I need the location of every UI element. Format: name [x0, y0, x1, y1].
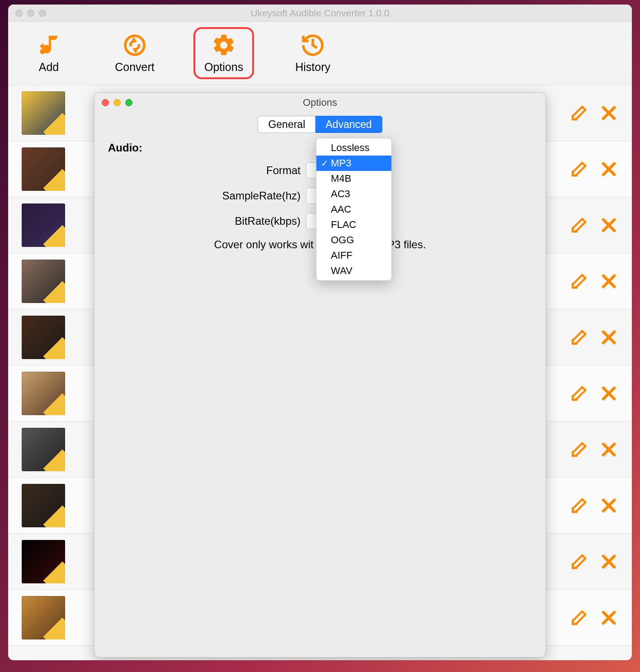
edit-icon[interactable] [569, 608, 588, 627]
remove-icon[interactable] [599, 384, 618, 403]
remove-icon[interactable] [599, 608, 618, 627]
cover-thumbnail [22, 540, 65, 583]
remove-icon[interactable] [599, 160, 618, 179]
format-option[interactable]: AAC [316, 202, 391, 217]
convert-icon [122, 33, 147, 58]
format-option[interactable]: OGG [316, 232, 391, 248]
cover-thumbnail [22, 203, 65, 247]
edit-icon[interactable] [569, 552, 588, 571]
cover-thumbnail [22, 147, 65, 191]
row-actions [569, 104, 618, 123]
history-icon [300, 33, 325, 58]
row-actions [569, 384, 618, 403]
remove-icon[interactable] [599, 440, 618, 459]
remove-icon[interactable] [599, 328, 618, 347]
cover-thumbnail [22, 316, 65, 359]
main-titlebar: Ukeysoft Audible Converter 1.0.0 [8, 5, 632, 22]
minimize-traffic-light[interactable] [113, 99, 121, 106]
format-option[interactable]: AIFF [316, 248, 391, 263]
edit-icon[interactable] [569, 384, 588, 403]
svg-point-0 [40, 49, 45, 54]
main-traffic-lights [15, 9, 46, 17]
remove-icon[interactable] [599, 216, 618, 235]
remove-icon[interactable] [599, 496, 618, 515]
close-traffic-light[interactable] [15, 9, 23, 17]
maximize-traffic-light[interactable] [125, 99, 132, 106]
options-titlebar: Options [94, 93, 546, 113]
format-option[interactable]: Lossless [316, 140, 391, 156]
remove-icon[interactable] [599, 272, 618, 291]
edit-icon[interactable] [569, 104, 588, 123]
options-dialog: Options General Advanced Audio: Format S… [94, 92, 546, 658]
bitrate-label: BitRate(kbps) [235, 215, 301, 227]
cover-thumbnail [22, 484, 65, 527]
toolbar-options-button[interactable]: Options [193, 27, 254, 79]
window-title: Ukeysoft Audible Converter 1.0.0 [8, 8, 632, 19]
close-traffic-light[interactable] [102, 99, 109, 106]
main-window: Ukeysoft Audible Converter 1.0.0 Add Con… [8, 5, 632, 660]
row-actions [569, 608, 618, 627]
cover-thumbnail [22, 428, 65, 471]
edit-icon[interactable] [569, 496, 588, 515]
tab-advanced[interactable]: Advanced [315, 116, 382, 133]
format-dropdown[interactable]: LosslessMP3M4BAC3AACFLACOGGAIFFWAV [316, 138, 392, 281]
edit-icon[interactable] [569, 160, 588, 179]
edit-icon[interactable] [569, 440, 588, 459]
tab-general[interactable]: General [258, 116, 315, 133]
format-label: Format [266, 164, 301, 177]
format-option[interactable]: AC3 [316, 186, 391, 202]
cover-thumbnail [22, 260, 65, 303]
options-traffic-lights [102, 99, 132, 106]
row-actions [569, 552, 618, 571]
row-actions [569, 496, 618, 515]
row-actions [569, 272, 618, 291]
toolbar-options-label: Options [204, 61, 243, 74]
format-option[interactable]: MP3 [316, 156, 391, 171]
edit-icon[interactable] [569, 328, 588, 347]
gear-icon [211, 33, 236, 58]
row-actions [569, 216, 618, 235]
toolbar-history-button[interactable]: History [286, 30, 340, 76]
remove-icon[interactable] [599, 104, 618, 123]
format-option[interactable]: FLAC [316, 217, 391, 232]
toolbar-add-button[interactable]: Add [22, 30, 76, 76]
options-title: Options [94, 97, 546, 109]
main-toolbar: Add Convert Options History [8, 22, 632, 85]
edit-icon[interactable] [569, 272, 588, 291]
row-actions [569, 328, 618, 347]
cover-thumbnail [22, 91, 65, 135]
toolbar-convert-label: Convert [115, 61, 155, 74]
remove-icon[interactable] [599, 552, 618, 571]
maximize-traffic-light[interactable] [39, 9, 46, 17]
toolbar-add-label: Add [39, 61, 59, 74]
options-tabs: General Advanced [94, 113, 546, 134]
toolbar-convert-button[interactable]: Convert [108, 30, 162, 76]
edit-icon[interactable] [569, 216, 588, 235]
row-actions [569, 160, 618, 179]
minimize-traffic-light[interactable] [27, 9, 34, 17]
samplerate-label: SampleRate(hz) [222, 189, 301, 202]
format-option[interactable]: WAV [316, 263, 391, 279]
cover-hint-left: Cover only works wit [214, 238, 314, 251]
format-option[interactable]: M4B [316, 171, 391, 186]
cover-thumbnail [22, 372, 65, 415]
toolbar-history-label: History [295, 61, 330, 74]
row-actions [569, 440, 618, 459]
add-music-icon [36, 33, 61, 58]
cover-thumbnail [22, 596, 65, 639]
